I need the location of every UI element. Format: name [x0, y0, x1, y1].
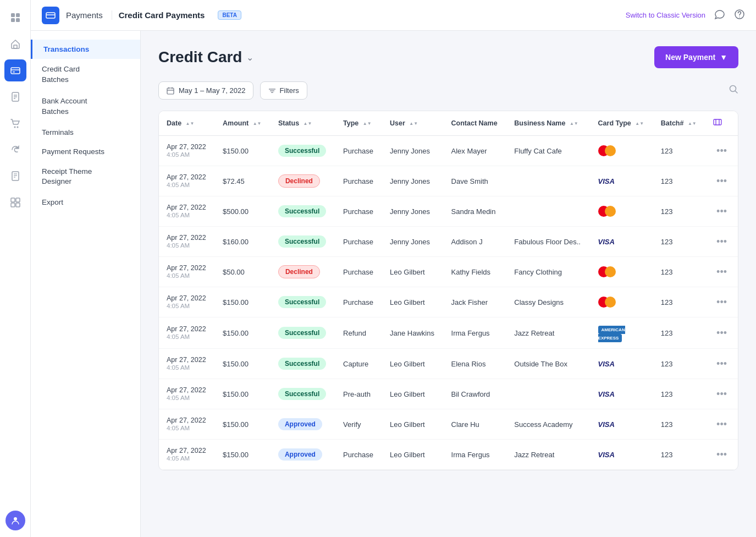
svg-rect-18	[11, 198, 15, 202]
sidebar-item-export[interactable]: Export	[31, 193, 140, 212]
document-icon[interactable]	[4, 86, 26, 108]
cell-user: Jane Hawkins	[382, 317, 444, 349]
cell-actions[interactable]: •••	[705, 257, 738, 287]
cell-amount: $150.00	[215, 409, 271, 440]
cell-actions[interactable]: •••	[705, 440, 738, 470]
col-batch[interactable]: Batch# ▲▼	[653, 111, 705, 136]
row-actions-button[interactable]: •••	[713, 235, 730, 248]
row-actions-button[interactable]: •••	[713, 295, 730, 309]
cell-actions[interactable]: •••	[705, 379, 738, 409]
home-icon[interactable]	[4, 33, 26, 55]
user-avatar[interactable]	[5, 511, 25, 530]
row-actions-button[interactable]: •••	[713, 326, 730, 339]
sidebar-item-terminals[interactable]: Terminals	[31, 123, 140, 142]
search-icon[interactable]	[729, 84, 738, 97]
cell-user: Leo Gilbert	[382, 379, 444, 409]
col-type[interactable]: Type ▲▼	[335, 111, 382, 136]
cell-business: Jazz Retreat	[506, 317, 590, 349]
filter-icon	[268, 87, 276, 95]
main-content: Credit Card ⌄ New Payment ▼	[141, 31, 756, 537]
svg-rect-23	[46, 13, 55, 18]
cell-contact: Addison J	[444, 227, 507, 257]
cell-type: Purchase	[335, 196, 382, 227]
col-settings[interactable]	[705, 111, 738, 136]
cell-status: Successful	[271, 379, 335, 409]
cell-actions[interactable]: •••	[705, 227, 738, 257]
sidebar-item-transactions[interactable]: Transactions	[31, 40, 140, 59]
page-title: Credit Card	[158, 48, 242, 66]
visa-icon: VISA	[598, 390, 615, 398]
cell-actions[interactable]: •••	[705, 166, 738, 196]
cell-amount: $150.00	[215, 287, 271, 317]
cell-status: Successful	[271, 287, 335, 317]
payments-icon[interactable]	[4, 59, 26, 81]
sidebar-item-receipt-theme-designer[interactable]: Receipt ThemeDesigner	[31, 161, 140, 193]
col-contact[interactable]: Contact Name	[444, 111, 507, 136]
sidebar-item-credit-card-batches[interactable]: Credit CardBatches	[31, 59, 140, 91]
cell-amount: $150.00	[215, 379, 271, 409]
cell-actions[interactable]: •••	[705, 136, 738, 166]
new-payment-dropdown-icon: ▼	[720, 53, 727, 62]
col-card-type[interactable]: Card Type ▲▼	[591, 111, 653, 136]
row-actions-button[interactable]: •••	[713, 448, 730, 461]
refresh-icon[interactable]	[4, 139, 26, 161]
row-actions-button[interactable]: •••	[713, 205, 730, 218]
filters-button[interactable]: Filters	[260, 81, 307, 100]
row-actions-button[interactable]: •••	[713, 265, 730, 278]
cell-amount: $150.00	[215, 440, 271, 470]
cell-business: Fancy Clothing	[506, 257, 590, 287]
help-icon[interactable]	[734, 9, 745, 22]
row-actions-button[interactable]: •••	[713, 418, 730, 431]
column-toggle-icon[interactable]	[713, 119, 722, 128]
cell-status: Successful	[271, 196, 335, 227]
cell-actions[interactable]: •••	[705, 349, 738, 379]
cell-date: Apr 27, 20224:05 AM	[159, 136, 215, 166]
svg-point-13	[16, 127, 18, 128]
cell-card-type: VISA	[591, 166, 653, 196]
row-actions-button[interactable]: •••	[713, 144, 730, 157]
col-status[interactable]: Status ▲▼	[271, 111, 335, 136]
sidebar-item-bank-account-batches[interactable]: Bank AccountBatches	[31, 91, 140, 123]
row-actions-button[interactable]: •••	[713, 387, 730, 401]
cell-type: Purchase	[335, 257, 382, 287]
sidebar-item-payment-requests[interactable]: Payment Requests	[31, 142, 140, 161]
beta-badge: BETA	[218, 10, 241, 20]
col-date[interactable]: Date ▲▼	[159, 111, 215, 136]
cell-contact: Elena Rios	[444, 349, 507, 379]
title-dropdown-icon[interactable]: ⌄	[246, 52, 253, 63]
table-row: Apr 27, 20224:05 AM$150.00ApprovedVerify…	[159, 409, 738, 440]
table-row: Apr 27, 20224:05 AM$150.00SuccessfulPurc…	[159, 136, 738, 166]
cell-status: Approved	[271, 409, 335, 440]
status-badge: Successful	[278, 145, 326, 157]
filters-label: Filters	[279, 86, 299, 95]
cell-actions[interactable]: •••	[705, 287, 738, 317]
cart-icon[interactable]	[4, 112, 26, 134]
date-range-label: May 1 – May 7, 2022	[179, 86, 245, 95]
cell-contact: Jack Fisher	[444, 287, 507, 317]
icon-bar	[0, 0, 31, 537]
svg-rect-4	[14, 45, 17, 48]
cell-actions[interactable]: •••	[705, 409, 738, 440]
switch-classic-link[interactable]: Switch to Classic Version	[626, 11, 705, 19]
chat-icon[interactable]	[714, 9, 725, 22]
cell-user: Leo Gilbert	[382, 257, 444, 287]
cell-actions[interactable]: •••	[705, 317, 738, 349]
col-business[interactable]: Business Name ▲▼	[506, 111, 590, 136]
receipt-icon[interactable]	[4, 165, 26, 187]
table-row: Apr 27, 20224:05 AM$150.00SuccessfulRefu…	[159, 317, 738, 349]
cell-contact: Clare Hu	[444, 409, 507, 440]
new-payment-button[interactable]: New Payment ▼	[654, 46, 738, 68]
cell-batch: 123	[653, 379, 705, 409]
cell-card-type	[591, 287, 653, 317]
col-amount[interactable]: Amount ▲▼	[215, 111, 271, 136]
grid-icon[interactable]	[4, 191, 26, 213]
col-user[interactable]: User ▲▼	[382, 111, 444, 136]
apps-icon[interactable]	[4, 7, 26, 29]
filters-bar: May 1 – May 7, 2022 Filters	[158, 81, 738, 100]
svg-rect-0	[11, 13, 15, 17]
row-actions-button[interactable]: •••	[713, 357, 730, 370]
cell-actions[interactable]: •••	[705, 196, 738, 227]
row-actions-button[interactable]: •••	[713, 174, 730, 188]
date-range-filter[interactable]: May 1 – May 7, 2022	[158, 81, 253, 100]
page-title-topbar: Credit Card Payments	[112, 10, 212, 20]
